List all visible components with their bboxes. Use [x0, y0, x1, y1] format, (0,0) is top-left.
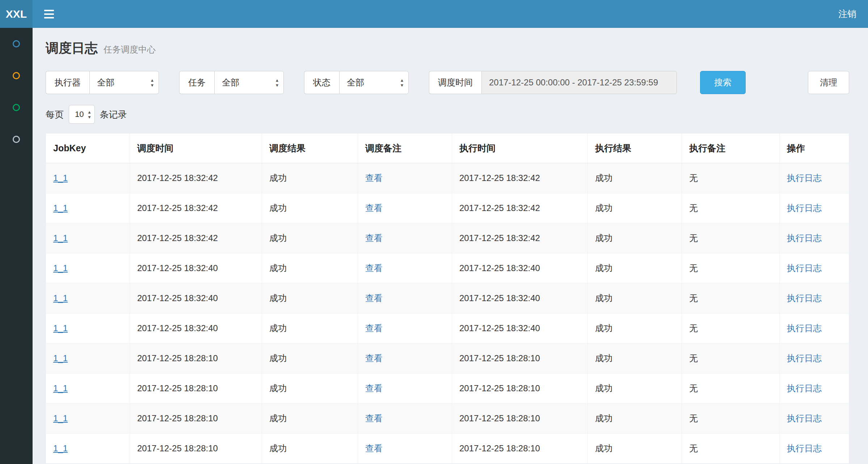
page-size-row: 每页 10 ▴▾ 条记录 — [46, 105, 849, 124]
trigger-result-cell: 成功 — [262, 374, 358, 404]
executor-select[interactable]: 全部 ▴▾ — [89, 71, 159, 94]
trigger-msg-link[interactable]: 查看 — [365, 383, 383, 393]
trigger-msg-link[interactable]: 查看 — [365, 323, 383, 333]
col-handle-time: 执行时间 — [452, 134, 588, 163]
trigger-msg-link-cell: 查看 — [358, 163, 452, 193]
trigger-msg-link[interactable]: 查看 — [365, 353, 383, 363]
handle-msg-cell: 无 — [682, 404, 780, 434]
handle-time-cell: 2017-12-25 18:32:40 — [452, 283, 588, 313]
table-row: 1_12017-12-25 18:28:10成功查看2017-12-25 18:… — [46, 434, 849, 464]
main-content: 调度日志 任务调度中心 执行器 全部 ▴▾ 任务 全部 ▴▾ 状态 — [33, 28, 868, 464]
trigger-msg-link[interactable]: 查看 — [365, 413, 383, 423]
logo[interactable]: XXL — [0, 0, 33, 28]
job-key-link[interactable]: 1_1 — [53, 173, 68, 183]
exec-log-link[interactable]: 执行日志 — [787, 443, 822, 453]
sidebar-toggle-button[interactable] — [33, 0, 66, 28]
handle-time-cell: 2017-12-25 18:28:10 — [452, 434, 588, 464]
trigger-time-cell: 2017-12-25 18:32:40 — [130, 313, 262, 343]
exec-log-link[interactable]: 执行日志 — [787, 203, 822, 213]
handle-result-cell: 成功 — [588, 434, 682, 464]
sidebar-item-1[interactable] — [0, 28, 33, 60]
job-select[interactable]: 全部 ▴▾ — [214, 71, 284, 94]
exec-log-link-cell: 执行日志 — [780, 223, 849, 253]
trigger-msg-link[interactable]: 查看 — [365, 263, 383, 273]
trigger-msg-link[interactable]: 查看 — [365, 173, 383, 183]
navbar-main: 注销 — [33, 0, 868, 28]
trigger-result-cell: 成功 — [262, 404, 358, 434]
circle-icon — [13, 72, 20, 79]
log-table: JobKey 调度时间 调度结果 调度备注 执行时间 执行结果 执行备注 操作 … — [46, 133, 849, 464]
trigger-msg-link-cell: 查看 — [358, 374, 452, 404]
exec-log-link[interactable]: 执行日志 — [787, 173, 822, 183]
job-key-link[interactable]: 1_1 — [53, 413, 68, 423]
sidebar-item-2[interactable] — [0, 60, 33, 92]
sidebar-item-3[interactable] — [0, 92, 33, 123]
exec-log-link[interactable]: 执行日志 — [787, 233, 822, 243]
logout-link[interactable]: 注销 — [838, 8, 868, 20]
executor-filter-label: 执行器 — [46, 71, 89, 94]
job-key-link-cell: 1_1 — [46, 163, 130, 193]
status-filter-label: 状态 — [304, 71, 339, 94]
exec-log-link-cell: 执行日志 — [780, 343, 849, 374]
exec-log-link[interactable]: 执行日志 — [787, 353, 822, 363]
trigger-msg-link-cell: 查看 — [358, 343, 452, 374]
table-row: 1_12017-12-25 18:32:40成功查看2017-12-25 18:… — [46, 283, 849, 313]
exec-log-link-cell: 执行日志 — [780, 163, 849, 193]
trigger-result-cell: 成功 — [262, 283, 358, 313]
exec-log-link[interactable]: 执行日志 — [787, 293, 822, 303]
trigger-msg-link[interactable]: 查看 — [365, 203, 383, 213]
handle-msg-cell: 无 — [682, 434, 780, 464]
job-key-link[interactable]: 1_1 — [53, 203, 68, 213]
job-key-link[interactable]: 1_1 — [53, 263, 68, 273]
col-handle-msg: 执行备注 — [682, 134, 780, 163]
trigger-time-filter-group: 调度时间 — [429, 71, 677, 94]
top-navbar: XXL 注销 — [0, 0, 868, 28]
handle-time-cell: 2017-12-25 18:32:40 — [452, 313, 588, 343]
job-key-link[interactable]: 1_1 — [53, 383, 68, 393]
status-select[interactable]: 全部 ▴▾ — [339, 71, 409, 94]
handle-result-cell: 成功 — [588, 223, 682, 253]
trigger-msg-link[interactable]: 查看 — [365, 233, 383, 243]
handle-result-cell: 成功 — [588, 163, 682, 193]
job-key-link[interactable]: 1_1 — [53, 233, 68, 243]
trigger-msg-link[interactable]: 查看 — [365, 443, 383, 453]
page-size-select[interactable]: 10 ▴▾ — [69, 105, 95, 124]
handle-time-cell: 2017-12-25 18:28:10 — [452, 343, 588, 374]
select-arrows-icon: ▴▾ — [276, 77, 278, 88]
exec-log-link[interactable]: 执行日志 — [787, 383, 822, 393]
trigger-msg-link-cell: 查看 — [358, 223, 452, 253]
trigger-msg-link[interactable]: 查看 — [365, 293, 383, 303]
table-row: 1_12017-12-25 18:28:10成功查看2017-12-25 18:… — [46, 343, 849, 374]
clear-button[interactable]: 清理 — [808, 71, 849, 94]
trigger-time-cell: 2017-12-25 18:28:10 — [130, 374, 262, 404]
col-trigger-msg: 调度备注 — [358, 134, 452, 163]
trigger-msg-link-cell: 查看 — [358, 313, 452, 343]
col-jobkey: JobKey — [46, 134, 130, 163]
exec-log-link-cell: 执行日志 — [780, 434, 849, 464]
table-row: 1_12017-12-25 18:32:42成功查看2017-12-25 18:… — [46, 163, 849, 193]
log-table-body: 1_12017-12-25 18:32:42成功查看2017-12-25 18:… — [46, 163, 849, 464]
trigger-time-cell: 2017-12-25 18:32:40 — [130, 253, 262, 283]
handle-msg-cell: 无 — [682, 374, 780, 404]
job-key-link[interactable]: 1_1 — [53, 323, 68, 333]
exec-log-link[interactable]: 执行日志 — [787, 413, 822, 423]
job-key-link-cell: 1_1 — [46, 374, 130, 404]
select-arrows-icon: ▴▾ — [151, 77, 153, 88]
job-key-link[interactable]: 1_1 — [53, 293, 68, 303]
handle-msg-cell: 无 — [682, 193, 780, 223]
trigger-time-range-input[interactable] — [481, 71, 677, 94]
job-key-link-cell: 1_1 — [46, 283, 130, 313]
table-row: 1_12017-12-25 18:32:40成功查看2017-12-25 18:… — [46, 253, 849, 283]
exec-log-link[interactable]: 执行日志 — [787, 263, 822, 273]
page-title: 调度日志 — [46, 39, 98, 57]
circle-icon — [13, 40, 20, 47]
job-key-link[interactable]: 1_1 — [53, 443, 68, 453]
sidebar-item-4[interactable] — [0, 123, 33, 155]
job-key-link[interactable]: 1_1 — [53, 353, 68, 363]
col-trigger-result: 调度结果 — [262, 134, 358, 163]
handle-msg-cell: 无 — [682, 253, 780, 283]
handle-msg-cell: 无 — [682, 223, 780, 253]
exec-log-link[interactable]: 执行日志 — [787, 323, 822, 333]
search-button[interactable]: 搜索 — [700, 71, 746, 94]
sidebar — [0, 28, 33, 464]
